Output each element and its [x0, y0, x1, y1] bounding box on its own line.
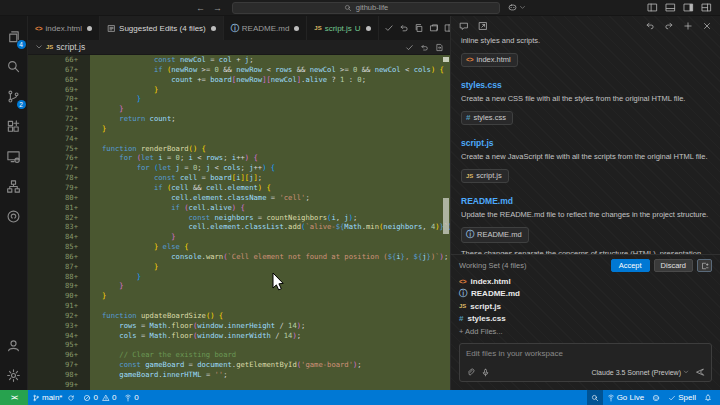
discard-file-icon[interactable] — [420, 43, 429, 52]
file-heading-script-js[interactable]: script.js — [461, 138, 710, 148]
file-heading-styles-css[interactable]: styles.css — [461, 80, 710, 90]
activity-settings[interactable] — [0, 360, 28, 390]
tab-script-js[interactable]: JSscript.jsU — [307, 16, 378, 40]
new-session-icon[interactable] — [683, 21, 693, 31]
notifications-item[interactable] — [700, 390, 716, 405]
spell-item[interactable]: Spell — [664, 390, 700, 405]
code-line: 94+ cols = Math.floor(window.innerWidth … — [28, 331, 450, 341]
code-line: 77+ for (let j = 0; j < cols; j++) { — [28, 163, 450, 173]
status-search-item[interactable] — [587, 390, 603, 405]
editor-scrollbar[interactable] — [443, 198, 449, 234]
attach-icon[interactable] — [466, 368, 475, 377]
tab-readme-md[interactable]: ⓘREADME.md — [224, 16, 308, 40]
line-number: 81+ — [28, 203, 90, 213]
dirty-indicator[interactable] — [211, 26, 216, 31]
working-set-item-index-html[interactable]: <>index.html — [459, 275, 712, 288]
go-live-item[interactable]: Go Live — [603, 390, 649, 405]
file-chip-readme-md[interactable]: ⓘREADME.md — [461, 227, 529, 243]
radio-tower-icon — [124, 394, 132, 402]
badge-files: 4 — [17, 40, 26, 49]
command-center-search[interactable]: github-life — [232, 2, 500, 14]
sync-icon[interactable] — [67, 394, 75, 402]
activity-extensions[interactable] — [0, 111, 28, 141]
dirty-indicator[interactable] — [87, 26, 92, 31]
collapse-chevron-icon[interactable] — [35, 43, 43, 51]
remote-indicator[interactable]: >< — [0, 390, 28, 405]
redo-icon[interactable] — [664, 21, 674, 31]
file-css-icon: # — [466, 113, 470, 122]
activity-source-control[interactable]: 2 — [0, 81, 28, 111]
discard-all-icon[interactable] — [399, 23, 409, 33]
activity-search[interactable] — [0, 51, 28, 81]
file-header-actions — [405, 43, 444, 52]
activity-github[interactable] — [0, 201, 28, 231]
toggle-panel-icon[interactable] — [665, 2, 676, 13]
ports-item[interactable]: 0 — [120, 390, 142, 405]
branch-item[interactable]: main* — [28, 390, 79, 405]
line-number: 72+ — [28, 114, 90, 124]
open-file-icon[interactable] — [435, 43, 444, 52]
code-line: 87+ } — [28, 262, 450, 272]
js-file-icon: JS — [46, 44, 53, 50]
chat-icon[interactable] — [459, 21, 469, 31]
line-content: } else { — [90, 242, 450, 252]
go-live-label: Go Live — [617, 393, 645, 402]
chat-input-box[interactable]: Edit files in your workspace Claude 3.5 … — [459, 343, 712, 382]
open-changes-icon[interactable] — [429, 23, 439, 33]
discard-button[interactable]: Discard — [654, 259, 693, 272]
copy-icon[interactable] — [414, 23, 424, 33]
settings-icon — [6, 368, 21, 383]
file-chip-index-html[interactable]: <>index.html — [461, 53, 518, 67]
open-in-editor-icon[interactable] — [478, 21, 488, 31]
tab-index-html[interactable]: <>index.html — [28, 16, 100, 40]
code-line: 89+ } — [28, 281, 450, 291]
line-content: if (cell && cell.element) { — [90, 183, 450, 193]
working-set-item-script-js[interactable]: JSscript.js — [459, 300, 712, 313]
activity-account[interactable] — [0, 330, 28, 360]
badge-source-control: 2 — [17, 100, 26, 109]
working-set-item-readme-md[interactable]: ⓘREADME.md — [459, 288, 712, 301]
undo-icon[interactable] — [645, 21, 655, 31]
line-number: 93+ — [28, 321, 90, 331]
mic-icon[interactable] — [481, 368, 490, 377]
accept-file-icon[interactable] — [405, 43, 414, 52]
code-editor[interactable]: 66+ const newCol = col + j;67+ if (newRo… — [28, 55, 450, 390]
model-picker[interactable]: Claude 3.5 Sonnet (Preview) — [592, 369, 690, 376]
error-icon — [83, 394, 91, 402]
file-html-icon: <> — [466, 56, 474, 63]
tab-suggested-edits-4-files-[interactable]: Suggested Edits (4 files) — [100, 16, 224, 40]
chevron-down-icon — [519, 4, 526, 11]
customize-layout-icon[interactable] — [701, 2, 712, 13]
multi-diff-file-header[interactable]: JS script.js — [28, 40, 450, 55]
activity-live-preview[interactable] — [0, 141, 28, 171]
view-diff-button[interactable] — [697, 259, 712, 272]
activity-files[interactable]: 4 — [0, 21, 28, 51]
copilot-menu[interactable] — [507, 2, 526, 13]
add-files-button[interactable]: + Add Files... — [459, 325, 712, 337]
accept-all-icon[interactable] — [384, 23, 394, 33]
dirty-indicator[interactable] — [366, 26, 371, 31]
working-set-file-name: index.html — [471, 277, 511, 286]
code-line: 71+ } — [28, 104, 450, 114]
split-editor-icon[interactable] — [444, 23, 450, 33]
code-line: 82+ const neighbors = countNeighbors(i, … — [28, 213, 450, 223]
toggle-sidebar-icon[interactable] — [647, 2, 658, 13]
go-live-icon — [607, 394, 615, 402]
working-set-item-styles-css[interactable]: #styles.css — [459, 313, 712, 326]
dirty-indicator[interactable] — [294, 26, 299, 31]
accept-button[interactable]: Accept — [611, 259, 650, 272]
file-chip-styles-css[interactable]: #styles.css — [461, 111, 513, 125]
forward-icon[interactable]: → — [213, 3, 222, 13]
feedback-item[interactable] — [648, 390, 664, 405]
problems-item[interactable]: 0 0 — [79, 390, 120, 405]
activity-references[interactable] — [0, 171, 28, 201]
back-icon[interactable]: ← — [196, 3, 205, 13]
line-content: const cell = board[i][j]; — [90, 173, 450, 183]
close-panel-icon[interactable] — [702, 21, 712, 31]
send-icon[interactable] — [695, 367, 705, 377]
file-chip-script-js[interactable]: JSscript.js — [461, 169, 509, 183]
line-content: cols = Math.floor(window.innerWidth / 14… — [90, 331, 450, 341]
file-heading-readme-md[interactable]: README.md — [461, 196, 710, 206]
references-icon — [6, 179, 21, 194]
toggle-secondary-sidebar-icon[interactable] — [683, 2, 694, 13]
